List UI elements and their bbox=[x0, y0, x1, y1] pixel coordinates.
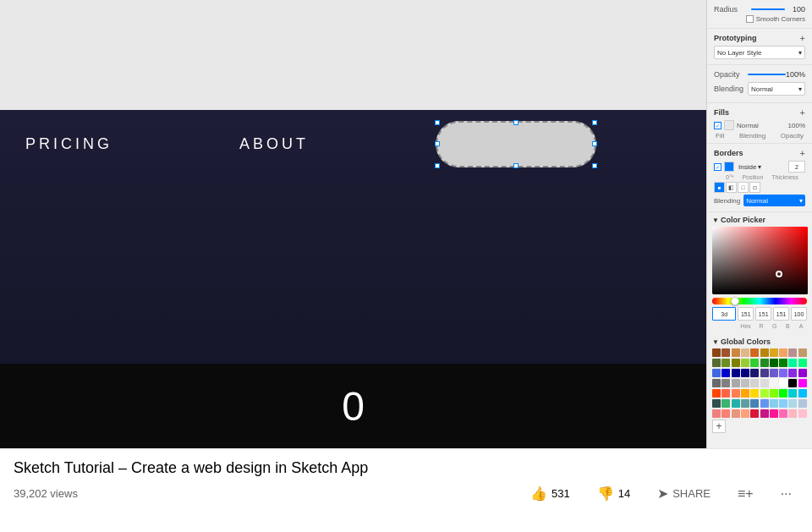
color-swatch[interactable] bbox=[721, 379, 730, 387]
g-input[interactable]: 151 bbox=[755, 307, 771, 321]
color-swatch[interactable] bbox=[732, 369, 740, 377]
a-input[interactable]: 100 bbox=[791, 307, 807, 321]
color-swatch[interactable] bbox=[741, 399, 749, 408]
color-swatch[interactable] bbox=[770, 389, 778, 398]
color-swatch[interactable] bbox=[770, 379, 778, 387]
no-layer-style-select[interactable]: No Layer Style ▾ bbox=[714, 46, 805, 59]
color-swatch[interactable] bbox=[741, 359, 749, 367]
color-swatch[interactable] bbox=[788, 348, 797, 357]
color-swatch[interactable] bbox=[732, 348, 740, 357]
color-swatch[interactable] bbox=[798, 359, 807, 367]
color-swatch[interactable] bbox=[798, 409, 807, 418]
color-swatch[interactable] bbox=[760, 379, 769, 387]
color-swatch[interactable] bbox=[788, 369, 797, 377]
border-style-btn-3[interactable]: □ bbox=[738, 182, 749, 193]
color-swatch[interactable] bbox=[741, 348, 749, 357]
radius-slider[interactable] bbox=[751, 8, 785, 10]
color-swatch[interactable] bbox=[732, 359, 740, 367]
color-swatch[interactable] bbox=[788, 379, 797, 387]
prototyping-add-btn[interactable]: + bbox=[800, 33, 805, 43]
color-swatch[interactable] bbox=[712, 399, 721, 408]
color-swatch[interactable] bbox=[750, 348, 759, 357]
blending2-select[interactable]: Normal ▾ bbox=[743, 195, 805, 206]
add-color-btn[interactable]: + bbox=[712, 420, 726, 433]
color-swatch[interactable] bbox=[741, 409, 749, 418]
color-swatch[interactable] bbox=[779, 399, 787, 408]
color-swatch[interactable] bbox=[779, 379, 787, 387]
color-swatch[interactable] bbox=[770, 359, 778, 367]
smooth-corners-checkbox[interactable] bbox=[746, 15, 754, 23]
color-swatch[interactable] bbox=[721, 409, 730, 418]
border-color-swatch[interactable] bbox=[724, 162, 734, 172]
color-swatch[interactable] bbox=[798, 369, 807, 377]
color-swatch[interactable] bbox=[788, 409, 797, 418]
fills-checkbox[interactable]: ✓ bbox=[714, 122, 721, 129]
border-style-btn-1[interactable]: ■ bbox=[714, 182, 725, 193]
color-swatch[interactable] bbox=[760, 348, 769, 357]
color-swatch[interactable] bbox=[732, 399, 740, 408]
fills-add-btn[interactable]: + bbox=[800, 107, 805, 118]
color-swatch[interactable] bbox=[779, 348, 787, 357]
color-swatch[interactable] bbox=[712, 348, 721, 357]
color-swatch[interactable] bbox=[788, 399, 797, 408]
color-swatch[interactable] bbox=[770, 399, 778, 408]
color-swatch[interactable] bbox=[750, 389, 759, 398]
color-swatch[interactable] bbox=[779, 409, 787, 418]
add-to-playlist-button[interactable]: ≡+ bbox=[731, 483, 760, 505]
color-swatch[interactable] bbox=[760, 369, 769, 377]
blending-select-box[interactable]: Normal ▾ bbox=[748, 82, 805, 96]
share-button[interactable]: ➤ SHARE bbox=[650, 482, 717, 505]
color-swatch[interactable] bbox=[798, 399, 807, 408]
borders-add-btn[interactable]: + bbox=[800, 148, 805, 158]
border-value-input[interactable]: 2 bbox=[788, 161, 805, 173]
color-swatch[interactable] bbox=[798, 389, 807, 398]
color-swatch[interactable] bbox=[798, 348, 807, 357]
color-swatch[interactable] bbox=[712, 409, 721, 418]
opacity-slider[interactable] bbox=[748, 74, 786, 75]
color-swatch[interactable] bbox=[760, 399, 769, 408]
color-swatch[interactable] bbox=[741, 389, 749, 398]
more-button[interactable]: ··· bbox=[774, 483, 798, 505]
color-swatch[interactable] bbox=[779, 359, 787, 367]
color-swatch[interactable] bbox=[721, 399, 730, 408]
color-swatch[interactable] bbox=[750, 359, 759, 367]
color-swatch[interactable] bbox=[712, 359, 721, 367]
color-swatch[interactable] bbox=[721, 389, 730, 398]
hue-slider-container[interactable] bbox=[712, 298, 807, 304]
color-swatch[interactable] bbox=[712, 379, 721, 387]
fills-color-swatch[interactable] bbox=[724, 120, 734, 130]
color-swatch[interactable] bbox=[721, 359, 730, 367]
color-swatch[interactable] bbox=[760, 359, 769, 367]
nav-button-shape[interactable] bbox=[436, 121, 596, 167]
color-swatch[interactable] bbox=[750, 409, 759, 418]
r-input[interactable]: 151 bbox=[738, 307, 754, 321]
color-spectrum[interactable] bbox=[712, 227, 808, 294]
color-swatch[interactable] bbox=[741, 369, 749, 377]
color-swatch[interactable] bbox=[788, 389, 797, 398]
b-input[interactable]: 151 bbox=[773, 307, 789, 321]
border-checkbox[interactable]: ✓ bbox=[714, 163, 721, 171]
dislike-button[interactable]: 👎 14 bbox=[590, 482, 637, 505]
color-swatch[interactable] bbox=[732, 389, 740, 398]
color-swatch[interactable] bbox=[779, 369, 787, 377]
color-swatch[interactable] bbox=[750, 379, 759, 387]
color-swatch[interactable] bbox=[760, 389, 769, 398]
color-swatch[interactable] bbox=[788, 359, 797, 367]
border-style-btn-2[interactable]: ◧ bbox=[726, 182, 737, 193]
color-swatch[interactable] bbox=[732, 379, 740, 387]
color-swatch[interactable] bbox=[770, 348, 778, 357]
color-swatch[interactable] bbox=[712, 369, 721, 377]
color-swatch[interactable] bbox=[732, 409, 740, 418]
hex-input[interactable]: 3d bbox=[712, 307, 736, 321]
like-button[interactable]: 👍 531 bbox=[524, 482, 577, 505]
color-swatch[interactable] bbox=[760, 409, 769, 418]
color-swatch[interactable] bbox=[721, 369, 730, 377]
color-swatch[interactable] bbox=[750, 399, 759, 408]
color-swatch[interactable] bbox=[798, 379, 807, 387]
color-swatch[interactable] bbox=[721, 348, 730, 357]
border-style-btn-4[interactable]: ⊡ bbox=[749, 182, 760, 193]
color-swatch[interactable] bbox=[741, 379, 749, 387]
color-swatch[interactable] bbox=[770, 369, 778, 377]
color-swatch[interactable] bbox=[779, 389, 787, 398]
color-swatch[interactable] bbox=[712, 389, 721, 398]
